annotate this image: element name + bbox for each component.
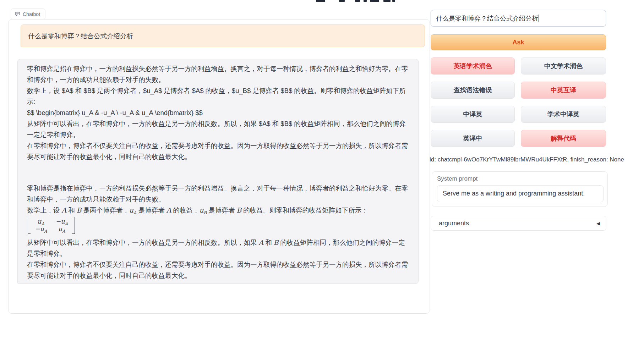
matrix-left-bracket [28,217,31,234]
bot-rendered-paragraph-2: 数学上，设 A 和 B 是两个博弈者，uA 是博弈者 A 的收益，uB 是博弈者… [27,205,408,216]
system-prompt-input[interactable]: Serve me as a writing and programming as… [437,185,604,202]
matrix-cell: −uA [35,225,47,233]
accordion-collapsed-icon: ◀ [596,221,600,226]
btn-zh-en-translate[interactable]: 中英互译 [521,82,606,99]
completion-status: id: chatcmpl-6wOo7KrYTwMl89lbrMWRu4UkFFX… [430,156,614,163]
matrix-cell: uA [56,225,68,233]
query-input[interactable]: 什么是零和博弈？结合公式介绍分析 [431,10,606,27]
btn-explain-code[interactable]: 解释代码 [521,130,606,147]
matrix-cell: uA [35,218,47,225]
matrix-right-bracket [72,217,75,234]
arguments-accordion-label: arguments [439,220,469,227]
btn-find-grammar-errors[interactable]: 查找语法错误 [431,82,515,99]
btn-academic-zh-to-en[interactable]: 学术中译英 [521,106,606,123]
bot-rendered-paragraph-4: 在零和博弈中，博弈者不仅要关注自己的收益，还需要考虑对手的收益。因为一方取得的收… [27,259,408,281]
query-input-value: 什么是零和博弈？结合公式介绍分析 [436,14,538,23]
bot-raw-paragraph-3: 从矩阵中可以看出，在零和博弈中，一方的收益是另一方的相反数。所以，如果 $A$ … [27,118,408,140]
user-message-text: 什么是零和博弈？结合公式介绍分析 [28,32,133,40]
chat-bubble-icon [15,11,20,17]
system-prompt-card: System prompt Serve me as a writing and … [432,171,608,207]
bot-raw-formula: $$ \begin{bmatrix} u_A & -u_A \ -u_A & u… [27,107,408,118]
btn-english-academic-polish[interactable]: 英语学术润色 [431,57,515,75]
cropped-title-fragment [316,0,325,2]
chatbot-label-text: Chatbot [23,11,40,17]
payoff-matrix: uA −uA −uA uA [28,217,75,234]
chatbot-label: Chatbot [11,9,45,20]
cropped-title-fragment [392,0,395,2]
bot-raw-paragraph-4: 在零和博弈中，博弈者不仅要关注自己的收益，还需要考虑对手的收益。因为一方取得的收… [27,140,408,162]
bot-message-bubble: 零和博弈是指在博弈中，一方的利益损失必然等于另一方的利益增益。换言之，对于每一种… [17,59,419,284]
btn-en-to-zh[interactable]: 英译中 [431,130,515,147]
btn-zh-to-en[interactable]: 中译英 [431,106,515,123]
message-gap [27,162,408,183]
user-message-bubble: 什么是零和博弈？结合公式介绍分析 [21,24,425,47]
bot-raw-paragraph-1: 零和博弈是指在博弈中，一方的利益损失必然等于另一方的利益增益。换言之，对于每一种… [27,63,408,85]
cropped-title-fragment [355,0,360,2]
arguments-accordion[interactable]: arguments ◀ [431,216,606,231]
cropped-title-fragment [370,0,379,2]
cropped-title-fragment [364,0,367,2]
chatbot-panel: Chatbot 什么是零和博弈？结合公式介绍分析 零和博弈是指在博弈中，一方的利… [8,19,430,314]
btn-chinese-academic-polish[interactable]: 中文学术润色 [521,57,606,75]
cropped-title-fragment [339,0,345,2]
system-prompt-label: System prompt [437,175,602,182]
cropped-title-fragment [383,0,391,2]
matrix-cell: −uA [56,218,68,225]
ask-button[interactable]: Ask [431,34,606,50]
bot-rendered-paragraph-3: 从矩阵中可以看出，在零和博弈中，一方的收益是另一方的相反数。所以，如果 A 和 … [27,237,408,259]
function-button-grid: 英语学术润色 中文学术润色 查找语法错误 中英互译 中译英 学术中译英 英译中 … [431,57,606,147]
text-cursor [539,15,539,22]
bot-rendered-paragraph-1: 零和博弈是指在博弈中，一方的利益损失必然等于另一方的利益增益。换言之，对于每一种… [27,183,408,205]
bot-raw-paragraph-2: 数学上，设 $A$ 和 $B$ 是两个博弈者，$u_A$ 是博弈者 $A$ 的收… [27,85,408,107]
